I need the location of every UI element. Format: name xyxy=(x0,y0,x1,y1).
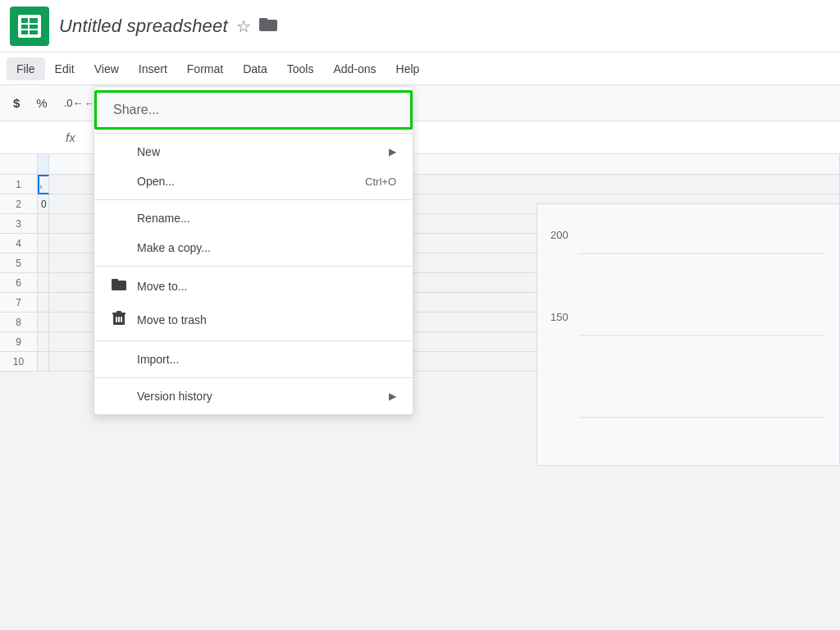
move-to-label: Move to... xyxy=(137,280,187,293)
svg-rect-2 xyxy=(21,25,28,29)
folder-icon xyxy=(259,16,277,35)
import-menu-item[interactable]: Import... xyxy=(121,345,413,374)
menu-item-edit[interactable]: Edit xyxy=(45,57,84,80)
svg-rect-1 xyxy=(21,18,28,23)
row-num-4: 4 xyxy=(0,234,38,253)
trash-menu-icon xyxy=(111,311,127,329)
menu-item-data[interactable]: Data xyxy=(233,57,277,80)
menu-item-file[interactable]: File xyxy=(7,57,45,80)
file-dropdown-menu: Share... New ▶ Open... Ctrl+O Rename... … xyxy=(94,86,413,415)
cell-b8[interactable] xyxy=(38,313,49,332)
dropdown-divider-3 xyxy=(94,266,413,267)
row-column-corner xyxy=(0,154,38,174)
row-num-1: 1 xyxy=(0,175,38,194)
svg-rect-3 xyxy=(21,30,28,34)
cell-b7[interactable] xyxy=(38,293,49,313)
currency-format-button[interactable]: $ xyxy=(7,93,26,113)
menu-item-view[interactable]: View xyxy=(84,57,129,80)
cell-b2[interactable]: 0 xyxy=(38,194,49,214)
submenu-arrow-new: ▶ xyxy=(389,146,396,158)
top-bar: Untitled spreadsheet ☆ xyxy=(0,0,840,52)
move-to-trash-menu-item[interactable]: Move to trash xyxy=(94,303,413,337)
row-num-3: 3 xyxy=(0,214,38,234)
col-header-a-partial xyxy=(38,154,49,174)
row-num-7: 7 xyxy=(0,293,38,313)
svg-rect-5 xyxy=(30,25,38,29)
cell-b6[interactable] xyxy=(38,273,49,293)
row-numbers-column: 1 2 3 4 5 6 7 8 9 10 xyxy=(0,175,38,372)
cell-b10[interactable] xyxy=(38,352,49,372)
chart-overlay: 200 150 xyxy=(536,203,840,466)
version-history-label: Version history xyxy=(137,390,212,403)
svg-rect-17 xyxy=(116,317,117,322)
percent-format-button[interactable]: % xyxy=(30,93,53,113)
star-icon[interactable]: ☆ xyxy=(236,16,251,36)
move-to-trash-label: Move to trash xyxy=(137,313,207,326)
svg-rect-16 xyxy=(116,311,121,313)
dropdown-divider-1 xyxy=(94,133,413,134)
cell-e1[interactable] xyxy=(377,175,840,194)
menu-item-help[interactable]: Help xyxy=(386,57,430,80)
cell-b9[interactable] xyxy=(38,332,49,352)
cell-b3[interactable] xyxy=(38,214,49,234)
menu-item-tools[interactable]: Tools xyxy=(277,57,324,80)
dropdown-divider-2 xyxy=(94,199,413,200)
new-label: New xyxy=(137,145,160,158)
row-num-2: 2 xyxy=(0,194,38,214)
rename-label: Rename... xyxy=(137,212,190,225)
row-num-10: 10 xyxy=(0,352,38,372)
row-num-6: 6 xyxy=(0,273,38,293)
dropdown-divider-4 xyxy=(94,340,413,341)
share-menu-item[interactable]: Share... xyxy=(94,90,413,130)
svg-rect-4 xyxy=(30,18,38,23)
make-copy-label: Make a copy... xyxy=(137,241,211,254)
new-menu-item[interactable]: New ▶ xyxy=(121,137,413,167)
share-label: Share... xyxy=(113,103,159,117)
cell-b4[interactable] xyxy=(38,234,49,253)
open-label: Open... xyxy=(137,175,175,188)
folder-menu-icon xyxy=(111,278,127,294)
menu-item-insert[interactable]: Insert xyxy=(129,57,177,80)
chart-y-label-150: 150 xyxy=(550,311,568,323)
svg-rect-19 xyxy=(121,317,122,322)
submenu-arrow-version: ▶ xyxy=(389,390,396,402)
col-header-e xyxy=(377,154,840,174)
svg-rect-13 xyxy=(112,279,118,282)
make-copy-menu-item[interactable]: Make a copy... xyxy=(121,233,413,262)
row-num-8: 8 xyxy=(0,313,38,332)
document-title: Untitled spreadsheet xyxy=(59,16,228,37)
svg-rect-6 xyxy=(30,30,38,34)
cell-b5[interactable] xyxy=(38,253,49,273)
svg-rect-8 xyxy=(259,18,267,21)
rename-menu-item[interactable]: Rename... xyxy=(121,203,413,233)
move-to-menu-item[interactable]: Move to... xyxy=(94,270,413,303)
cell-a1-partial[interactable]: › xyxy=(38,175,49,194)
row-num-9: 9 xyxy=(0,332,38,352)
svg-rect-7 xyxy=(259,20,277,31)
menu-bar: File Edit View Insert Format Data Tools … xyxy=(0,52,840,85)
open-shortcut: Ctrl+O xyxy=(365,176,396,188)
row-num-5: 5 xyxy=(0,253,38,273)
app-logo xyxy=(10,7,49,46)
menu-item-format[interactable]: Format xyxy=(177,57,233,80)
menu-item-addons[interactable]: Add-ons xyxy=(323,57,386,80)
import-label: Import... xyxy=(137,353,179,366)
svg-rect-18 xyxy=(118,317,120,322)
fx-label: fx xyxy=(66,130,75,144)
version-history-menu-item[interactable]: Version history ▶ xyxy=(121,381,413,411)
open-menu-item[interactable]: Open... Ctrl+O xyxy=(121,167,413,196)
chart-y-label-200: 200 xyxy=(550,229,568,241)
dropdown-divider-5 xyxy=(94,377,413,378)
